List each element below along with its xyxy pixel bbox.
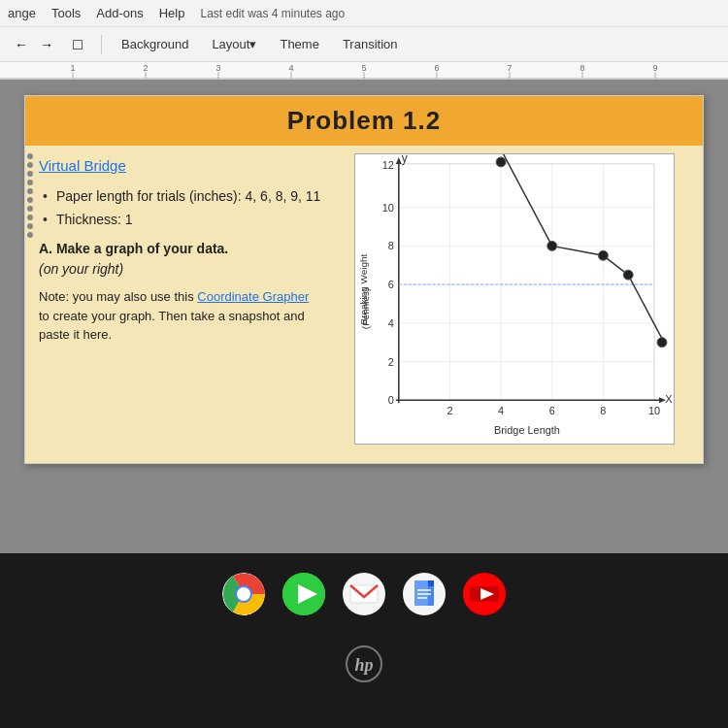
dot-4 [27,180,33,185]
svg-rect-69 [414,580,428,606]
svg-text:4: 4 [288,63,293,73]
layout-button[interactable]: Layout▾ [204,33,264,55]
svg-text:7: 7 [507,63,512,73]
svg-text:Bridge Length: Bridge Length [494,424,560,436]
svg-point-56 [547,241,557,250]
taskbar-icons [222,573,506,615]
svg-text:(Pennies): (Pennies) [360,288,371,329]
back-button[interactable]: ← [10,33,33,56]
dot-5 [27,188,33,194]
separator-1 [101,35,102,54]
youtube-icon[interactable] [463,573,506,615]
dot-10 [27,232,33,238]
svg-text:2: 2 [447,405,452,416]
svg-text:hp: hp [354,655,373,675]
docs-icon[interactable] [403,573,446,615]
menu-tools[interactable]: Tools [51,6,81,20]
play-icon[interactable] [282,573,325,615]
svg-text:4: 4 [498,405,504,416]
svg-text:2: 2 [388,356,394,368]
svg-point-59 [657,338,667,347]
toolbar: ← → □ Background Layout▾ Theme Transitio… [0,27,728,62]
bullet-item-1: Paper length for trials (inches): 4, 6, … [39,187,322,207]
note-prefix: Note: you may also use this [39,289,194,304]
svg-text:3: 3 [215,63,220,73]
instruction-text: A. Make a graph of your data. (on your r… [39,239,322,280]
svg-point-55 [496,157,506,167]
hp-logo: hp [335,645,393,690]
bullet-item-2: Thickness: 1 [39,211,322,230]
dot-2 [27,162,33,168]
svg-text:X: X [665,393,673,405]
slide-right-column: 2 4 6 8 10 X 0 2 4 6 [336,153,693,445]
svg-text:12: 12 [382,159,394,171]
dot-9 [27,223,33,229]
slide-body: Virtual Bridge Paper length for trials (… [25,146,703,452]
svg-text:y: y [402,154,408,165]
svg-text:10: 10 [382,202,394,214]
instruction-italic: (on your right) [39,261,123,277]
dot-1 [27,153,33,159]
svg-text:6: 6 [549,405,555,416]
svg-point-58 [623,270,633,280]
svg-text:4: 4 [388,317,394,329]
graph-container: 2 4 6 8 10 X 0 2 4 6 [354,153,675,445]
ruler: 1 2 3 4 5 6 7 8 9 [0,62,728,80]
note-suffix: to create your graph. Then take a snapsh… [39,309,305,343]
svg-text:9: 9 [652,63,657,73]
svg-text:10: 10 [648,405,660,416]
taskbar: hp [0,553,728,728]
bullet-list: Paper length for trials (inches): 4, 6, … [39,187,322,229]
theme-button[interactable]: Theme [272,33,326,55]
last-edit-label: Last edit was 4 minutes ago [200,7,345,20]
menu-help[interactable]: Help [159,6,185,20]
instruction-bold: A. Make a graph of your data. [39,241,228,256]
svg-point-57 [598,250,608,260]
chrome-icon[interactable] [222,573,265,615]
svg-text:5: 5 [361,63,366,73]
dot-7 [27,206,33,212]
svg-text:6: 6 [434,63,439,73]
menu-ange[interactable]: ange [8,6,36,20]
side-dots [27,153,33,238]
svg-text:6: 6 [388,279,394,290]
svg-rect-19 [399,164,654,400]
menu-bar: ange Tools Add-ons Help Last edit was 4 … [0,0,728,27]
slide: Problem 1.2 Virtual Bridge [24,95,704,464]
dot-3 [27,171,33,177]
svg-text:8: 8 [579,63,584,73]
svg-point-62 [237,587,250,601]
background-button[interactable]: Background [114,33,196,55]
note-text: Note: you may also use this Coordinate G… [39,287,322,345]
dot-8 [27,215,33,220]
coordinate-grapher-link[interactable]: Coordinate Grapher [197,289,309,304]
svg-text:0: 0 [388,394,394,406]
slide-title: Problem 1.2 [25,96,703,146]
transition-button[interactable]: Transition [335,33,406,55]
menu-addons[interactable]: Add-ons [96,6,143,20]
slide-left-column: Virtual Bridge Paper length for trials (… [35,153,326,445]
virtual-bridge-link[interactable]: Virtual Bridge [39,157,322,174]
dot-6 [27,197,33,203]
svg-text:2: 2 [143,63,148,73]
svg-text:8: 8 [388,240,394,251]
nav-buttons: ← → [10,33,58,56]
svg-text:8: 8 [600,405,606,416]
add-slide-button[interactable]: □ [66,33,89,56]
forward-button[interactable]: → [35,33,58,56]
gmail-icon[interactable] [343,573,385,615]
main-content: Problem 1.2 Virtual Bridge [0,80,728,553]
svg-rect-70 [428,580,434,586]
svg-text:1: 1 [70,63,75,73]
